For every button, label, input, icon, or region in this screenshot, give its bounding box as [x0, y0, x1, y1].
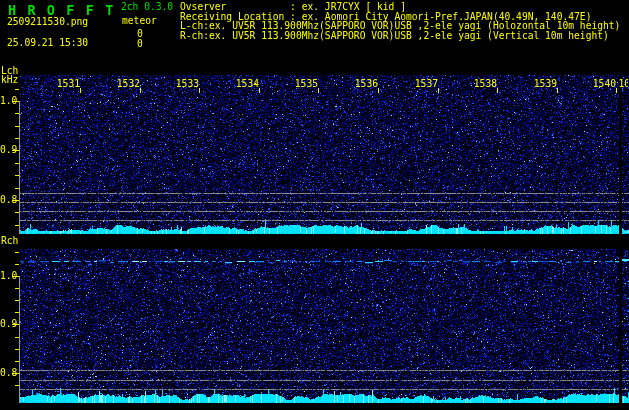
freq-label: 0.8 [0, 368, 17, 378]
time-label: 1540 [592, 79, 616, 89]
time-label: 1532 [116, 79, 140, 89]
freq-label: 1.0 [0, 271, 17, 281]
time-label: 1536 [354, 79, 378, 89]
hrofft-screen: HROFFT 2ch 0.3.0 2509211530.png meteor 0… [0, 0, 629, 410]
time-label-remnant: 10 [619, 79, 628, 89]
mode-label: meteor [122, 16, 157, 26]
datetime: 25.09.21 15:30 [7, 38, 88, 48]
time-label: 1531 [56, 79, 80, 89]
station-info-line: R-ch:ex. UV5R 113.900Mhz(SAPPORO VOR)USB… [180, 31, 609, 41]
freq-label: 0.9 [0, 145, 17, 155]
time-label: 1535 [294, 79, 318, 89]
freq-label: 0.8 [0, 195, 17, 205]
freq-unit-label: kHz [1, 75, 18, 85]
freq-label: 1.0 [0, 96, 17, 106]
time-label: 1538 [473, 79, 497, 89]
spectrogram-canvas [0, 0, 629, 410]
channel-label-rch: Rch [1, 236, 18, 246]
time-label: 1537 [414, 79, 438, 89]
time-label: 1534 [235, 79, 259, 89]
output-filename: 2509211530.png [7, 17, 88, 27]
app-version: 2ch 0.3.0 [121, 2, 173, 12]
time-label: 1539 [533, 79, 557, 89]
meteor-count-l: 0 [137, 29, 143, 39]
time-label: 1533 [175, 79, 199, 89]
freq-label: 0.9 [0, 319, 17, 329]
meteor-count-r: 0 [137, 39, 143, 49]
